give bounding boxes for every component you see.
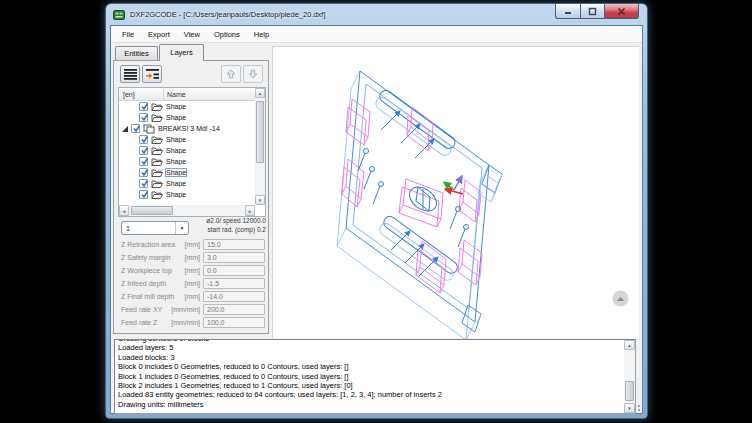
z-infeed-depth-field[interactable] (203, 278, 265, 289)
menu-file[interactable]: File (115, 26, 141, 43)
menu-view[interactable]: View (177, 26, 207, 43)
collapse-all-button[interactable] (120, 65, 140, 83)
tree-column-checked[interactable]: [en] (123, 88, 135, 101)
param-label: Z Infeed depth (121, 278, 166, 290)
tree-row-shape-focused[interactable]: Shape (119, 167, 255, 178)
tree-row-shape[interactable]: Shape (119, 156, 255, 167)
app-icon (113, 9, 125, 21)
menu-options[interactable]: Options (207, 26, 247, 43)
tree-row-shape[interactable]: Shape (119, 134, 255, 145)
tab-layers[interactable]: Layers (159, 44, 204, 61)
folder-icon (151, 157, 163, 167)
tree-horizontal-scrollbar[interactable]: ◂ ▸ (119, 205, 255, 216)
resize-grip[interactable] (632, 403, 641, 412)
z-workpiece-top-field[interactable] (203, 265, 265, 276)
tree-vertical-scrollbar[interactable]: ▴ ▾ (255, 88, 265, 205)
indented-list-arrow-icon (146, 69, 159, 80)
checkbox-checked[interactable] (139, 135, 148, 144)
log-line: Drawing units: millimeters (118, 400, 623, 409)
menu-help[interactable]: Help (247, 26, 276, 43)
client-area: File Export View Options Help Entities L… (110, 25, 643, 414)
tab-entities[interactable]: Entities (115, 46, 158, 60)
menu-export[interactable]: Export (141, 26, 177, 43)
minimize-button[interactable] (555, 4, 580, 19)
layers-panel: [en] Name Shape Shape (113, 60, 269, 334)
scroll-right-button[interactable]: ▸ (245, 205, 255, 216)
param-label: Feed rate XY (121, 304, 162, 316)
layer-tree: [en] Name Shape Shape (118, 87, 266, 217)
feed-rate-xy-field[interactable] (203, 304, 265, 315)
tree-row-shape[interactable]: Shape (119, 112, 255, 123)
tree-row-label: Shape (166, 169, 186, 176)
scroll-up-button[interactable]: ▴ (624, 340, 635, 350)
expand-all-button[interactable] (142, 65, 162, 83)
log-output[interactable]: Creating contours of blocks Loaded layer… (114, 339, 636, 414)
scrollbar-thumb[interactable] (131, 206, 173, 215)
param-unit: [mm] (184, 252, 200, 264)
tree-row-layer-breaks[interactable]: BREAKS! 3 Md! -14 (119, 123, 255, 134)
tree-row-label: Shape (166, 147, 186, 154)
folder-icon (151, 102, 163, 112)
tree-row-shape[interactable]: Shape (119, 145, 255, 156)
pocket-boxes (342, 99, 482, 293)
chevron-down-icon: ▼ (175, 222, 188, 234)
scrollbar-thumb[interactable] (625, 381, 634, 401)
checkbox-checked[interactable] (131, 124, 140, 133)
tree-row-label: Shape (166, 191, 186, 198)
log-lines: Creating contours of blocks Loaded layer… (118, 340, 623, 413)
z-retraction-area-field[interactable] (203, 239, 265, 250)
scrollbar-thumb[interactable] (256, 101, 264, 163)
titlebar[interactable]: DXF2GCODE - [C:/Users/jeanpauls/Desktop/… (106, 4, 647, 25)
param-row: Feed rate Z [mm/min] (114, 317, 268, 330)
expanded-twisty-icon[interactable] (121, 125, 129, 133)
checkbox-checked[interactable] (139, 157, 148, 166)
checkbox-checked[interactable] (139, 190, 148, 199)
log-line: Block 1 includes 0 Geometries, reduced t… (118, 372, 623, 381)
param-row: Z Final mill depth [mm] (114, 291, 268, 304)
folder-icon (151, 179, 163, 189)
scroll-left-button[interactable]: ◂ (119, 205, 129, 216)
param-row: Z Infeed depth [mm] (114, 278, 268, 291)
tree-row-shape[interactable]: Shape (119, 101, 255, 112)
close-button[interactable] (605, 4, 639, 19)
checkbox-checked[interactable] (139, 146, 148, 155)
arrow-down-icon (248, 69, 258, 79)
param-row: Z Retraction area [mm] (114, 239, 268, 252)
view-orbit-button[interactable] (612, 290, 629, 307)
plate-outline (346, 71, 489, 322)
origin-axes-icon (444, 176, 463, 194)
folder-icon (151, 168, 163, 178)
tool-select[interactable]: 1 ▼ (121, 221, 189, 235)
scroll-up-button[interactable]: ▴ (255, 88, 265, 98)
param-unit: [mm] (184, 278, 200, 290)
param-row: Feed rate XY [mm/min] (114, 304, 268, 317)
maximize-button[interactable] (580, 4, 605, 19)
cad-viewport[interactable] (272, 46, 639, 338)
arrow-up-icon (226, 69, 236, 79)
param-unit: [mm] (184, 265, 200, 277)
param-unit: [mm/min] (171, 317, 200, 329)
z-safety-margin-field[interactable] (203, 252, 265, 263)
z-final-mill-depth-field[interactable] (203, 291, 265, 302)
scroll-down-button[interactable]: ▾ (255, 195, 265, 205)
checkbox-checked[interactable] (139, 179, 148, 188)
checkbox-checked[interactable] (139, 102, 148, 111)
tree-column-name[interactable]: Name (163, 88, 186, 101)
checkbox-checked[interactable] (139, 113, 148, 122)
tree-row-shape[interactable]: Shape (119, 178, 255, 189)
tree-row-shape[interactable]: Shape (119, 189, 255, 200)
param-label: Z Final mill depth (121, 291, 174, 303)
param-label: Z Safety margin (121, 252, 170, 264)
checkbox-checked[interactable] (139, 168, 148, 177)
move-layer-up-button[interactable] (221, 65, 241, 83)
tool-info: ø2.0/ speed 12000.0 start rad. (comp) 0.… (190, 217, 266, 234)
folder-icon (151, 113, 163, 123)
feed-rate-z-field[interactable] (203, 317, 265, 328)
layer-icon (143, 124, 155, 134)
tree-row-label: Shape (166, 103, 186, 110)
move-layer-down-button[interactable] (243, 65, 263, 83)
folder-icon (151, 190, 163, 200)
window-title: DXF2GCODE - [C:/Users/jeanpauls/Desktop/… (130, 4, 326, 25)
folder-icon (151, 135, 163, 145)
param-row: Z Workpiece top [mm] (114, 265, 268, 278)
